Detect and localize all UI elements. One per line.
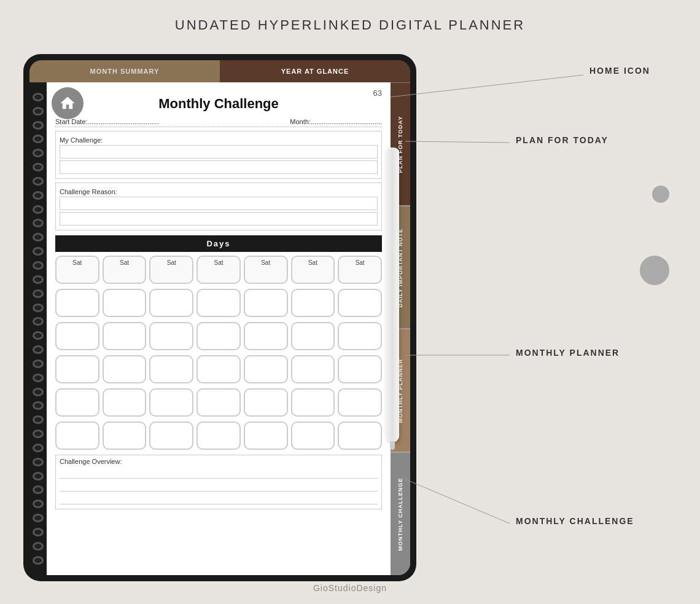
home-icon-button[interactable]	[52, 87, 84, 119]
day-cell[interactable]	[338, 355, 382, 383]
day-cell[interactable]	[103, 388, 147, 417]
spiral-ring	[33, 458, 44, 466]
overview-line	[60, 468, 378, 479]
spiral-ring	[33, 205, 44, 214]
spiral-ring	[33, 388, 44, 396]
day-cell[interactable]	[196, 289, 241, 317]
page-title: UNDATED HYPERLINKED DIGITAL PLANNER	[0, 0, 700, 33]
day-cell-header: Sat	[149, 256, 193, 284]
main-area: 63 Monthly Challenge Start Date:........…	[29, 82, 410, 575]
branding: GioStudioDesign	[313, 583, 387, 593]
day-cell-header: Sat	[244, 256, 288, 284]
spiral-ring	[33, 247, 44, 256]
spiral-ring	[33, 219, 44, 227]
day-cell[interactable]	[149, 322, 193, 350]
overview-section: Challenge Overview:	[55, 455, 382, 509]
day-cell[interactable]	[55, 355, 99, 383]
annotation-home-icon: HOME ICON	[589, 66, 650, 76]
month-label: Month:..................................…	[290, 118, 382, 125]
day-cell[interactable]	[149, 355, 193, 383]
day-cell-header: Sat	[55, 256, 99, 284]
start-date-label: Start Date:.............................…	[55, 118, 159, 125]
day-cell[interactable]	[103, 422, 147, 450]
spiral-ring	[33, 261, 44, 270]
day-grid-row-2	[55, 322, 382, 350]
overview-line	[60, 493, 378, 504]
day-cell[interactable]	[149, 289, 193, 317]
spiral-ring	[33, 472, 44, 480]
spiral-ring	[33, 528, 44, 536]
day-grid-header: Sat Sat Sat Sat Sat Sat Sat	[55, 256, 382, 284]
day-cell[interactable]	[338, 289, 382, 317]
day-cell[interactable]	[55, 422, 99, 450]
spiral-ring	[33, 542, 44, 551]
annotation-plan-for-today: PLAN FOR TODAY	[516, 135, 609, 145]
day-grid-row-4	[55, 388, 382, 417]
tablet-inner: MONTH SUMMARY YEAR AT GLANCE	[29, 60, 410, 575]
challenge-reason-label: Challenge Reason:	[60, 188, 378, 195]
day-cell[interactable]	[338, 322, 382, 350]
decorative-dot-2	[640, 256, 669, 285]
day-cell[interactable]	[244, 388, 288, 417]
my-challenge-label: My Challenge:	[60, 136, 378, 144]
challenge-reason-section: Challenge Reason:	[55, 182, 382, 230]
day-cell[interactable]	[55, 289, 99, 317]
spiral-ring	[33, 345, 44, 354]
day-cell[interactable]	[291, 322, 335, 350]
annotation-monthly-planner: MONTHLY PLANNER	[516, 348, 620, 358]
tab-year-at-glance[interactable]: YEAR AT GLANCE	[220, 60, 410, 82]
day-cell-header: Sat	[338, 256, 382, 284]
spiral-ring	[33, 93, 44, 101]
day-cell-header: Sat	[103, 256, 147, 284]
decorative-dot-1	[652, 186, 669, 203]
overview-line	[60, 480, 378, 492]
day-cell-header: Sat	[196, 256, 241, 284]
spiral-ring	[33, 374, 44, 382]
annotation-label-home: HOME ICON	[589, 66, 650, 76]
day-cell[interactable]	[103, 355, 147, 383]
day-grid-row-3	[55, 355, 382, 383]
spiral-ring	[33, 121, 44, 130]
day-cell[interactable]	[338, 422, 382, 450]
day-cell[interactable]	[291, 388, 335, 417]
spiral-ring	[33, 556, 44, 565]
page-number: 63	[373, 88, 382, 98]
svg-line-0	[390, 75, 583, 97]
day-cell[interactable]	[244, 322, 288, 350]
day-cell[interactable]	[291, 422, 335, 450]
day-cell[interactable]	[196, 422, 241, 450]
spiral-binding	[29, 82, 47, 575]
day-cell[interactable]	[196, 322, 241, 350]
day-cell[interactable]	[55, 388, 99, 417]
day-cell-header: Sat	[291, 256, 335, 284]
day-cell[interactable]	[55, 322, 99, 350]
tab-month-summary[interactable]: MONTH SUMMARY	[29, 60, 220, 82]
annotation-label-plan: PLAN FOR TODAY	[516, 135, 609, 145]
my-challenge-input-2[interactable]	[60, 160, 378, 174]
day-cell[interactable]	[338, 388, 382, 417]
tab-monthly-challenge[interactable]: MONTHLY CHALLENGE	[391, 452, 410, 576]
challenge-reason-input[interactable]	[60, 197, 378, 210]
day-cell[interactable]	[196, 355, 241, 383]
day-cell[interactable]	[291, 289, 335, 317]
spiral-ring	[33, 401, 44, 410]
overview-label: Challenge Overview:	[60, 458, 378, 465]
spiral-ring	[33, 233, 44, 241]
day-cell[interactable]	[244, 355, 288, 383]
planner-page: 63 Monthly Challenge Start Date:........…	[47, 82, 391, 575]
spiral-ring	[33, 331, 44, 340]
spiral-ring	[33, 317, 44, 326]
spiral-ring	[33, 485, 44, 494]
day-cell[interactable]	[103, 322, 147, 350]
day-cell[interactable]	[244, 289, 288, 317]
day-cell[interactable]	[244, 422, 288, 450]
day-cell[interactable]	[291, 355, 335, 383]
annotation-label-monthly-challenge: MONTHLY CHALLENGE	[516, 516, 634, 526]
day-cell[interactable]	[196, 388, 241, 417]
annotation-monthly-challenge: MONTHLY CHALLENGE	[516, 516, 634, 526]
my-challenge-input[interactable]	[60, 145, 378, 159]
day-cell[interactable]	[149, 422, 193, 450]
day-cell[interactable]	[149, 388, 193, 417]
challenge-reason-input-2[interactable]	[60, 212, 378, 226]
day-cell[interactable]	[103, 289, 147, 317]
